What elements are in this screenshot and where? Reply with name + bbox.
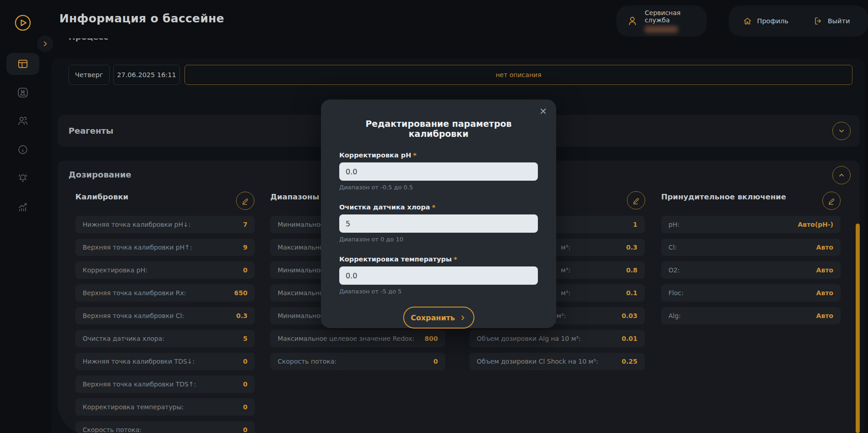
field-label-temperature-correction: Корректировка температуры* — [339, 256, 538, 263]
save-label: Сохранить — [411, 313, 455, 322]
table-row: Скорость потока: 0 — [75, 421, 255, 433]
row-value: Авто(pH-) — [798, 221, 833, 228]
table-row: Объем дозировки Cl Shock на 10 м³: 0.25 — [469, 353, 645, 370]
sidebar-item-schedule[interactable] — [6, 139, 39, 161]
row-value: 0 — [243, 358, 247, 365]
required-mark: * — [432, 203, 436, 211]
table-row: Верхняя точка калибровки pH↑: 9 — [75, 239, 255, 256]
temperature-correction-input[interactable] — [339, 266, 538, 285]
row-value: 0 — [243, 403, 247, 411]
row-value: 0.01 — [621, 335, 637, 342]
edit-forced-button[interactable] — [822, 192, 841, 210]
user-id-redacted — [645, 26, 678, 33]
edit-calibrations-button[interactable] — [236, 192, 254, 210]
row-label: Максимально — [278, 289, 323, 297]
chevron-up-icon — [837, 171, 846, 179]
table-row: Скорость потока: 0 — [270, 353, 445, 370]
chevron-down-icon — [837, 127, 846, 135]
table-row: Cl: Авто — [661, 239, 841, 256]
table-row: Alg: Авто — [661, 307, 841, 324]
pencil-icon — [827, 197, 836, 205]
row-value: 0 — [243, 426, 247, 433]
row-label: Максимальное целевое значение Redox: — [278, 335, 415, 342]
app-logo[interactable] — [6, 12, 39, 34]
row-label: Максимально — [278, 244, 323, 251]
sidebar-expand-button[interactable] — [37, 36, 53, 52]
row-label: Cl: — [668, 244, 677, 251]
required-mark: * — [453, 256, 457, 263]
datetime-chip[interactable]: 27.06.2025 16:11 — [113, 65, 180, 85]
field-label-chlorine-sensor-cleaning: Очистка датчика хлора* — [339, 203, 538, 211]
field-hint: Диапазон от -0.5 до 0.5 — [339, 184, 538, 191]
row-value: 0.03 — [621, 312, 637, 319]
user-name: Сервисная служба — [645, 9, 707, 24]
row-value: 0.1 — [626, 289, 637, 297]
table-row: pH: Авто(pH-) — [661, 216, 841, 233]
sidebar-item-dashboard[interactable] — [6, 53, 39, 75]
row-value: 1 — [633, 221, 637, 228]
sidebar-item-users[interactable] — [6, 110, 39, 132]
reagents-expand-button[interactable] — [832, 122, 851, 140]
row-value: 800 — [425, 335, 438, 342]
row-label: Корректировка pH: — [83, 266, 147, 274]
row-value: 0.3 — [626, 244, 637, 251]
statistics-icon — [17, 201, 29, 213]
user-chip[interactable]: Сервисная служба — [616, 5, 707, 37]
row-label: Нижняя точка калибровки pH↓: — [83, 221, 190, 228]
close-icon[interactable]: ✕ — [539, 107, 547, 116]
row-label: Floc: — [668, 289, 684, 297]
dosing-collapse-button[interactable] — [832, 166, 851, 184]
bell-icon — [17, 172, 29, 184]
row-value: 5 — [243, 335, 247, 342]
row-label: Alg: — [668, 312, 681, 319]
row-label: O2: — [668, 266, 680, 274]
header-actions: Профиль Выйти — [729, 5, 868, 37]
logout-icon — [813, 16, 823, 26]
profile-label: Профиль — [757, 17, 789, 25]
table-row: Нижняя точка калибровки pH↓: 7 — [75, 216, 255, 233]
row-value: Авто — [816, 266, 833, 274]
sidebar-item-notifications[interactable] — [6, 167, 39, 189]
pencil-icon — [632, 196, 640, 204]
table-row: Очистка датчика хлора: 5 — [75, 330, 255, 347]
field-hint: Диапазон от 0 до 10 — [339, 236, 538, 243]
row-label: м³: — [561, 244, 570, 251]
table-row: Верхняя точка калибровки Rx: 650 — [75, 284, 255, 302]
row-label: Минимальное — [278, 266, 324, 274]
ranges-title: Диапазоны у — [270, 193, 327, 201]
chlorine-sensor-cleaning-input[interactable] — [339, 214, 538, 233]
dashboard-icon — [17, 58, 29, 70]
table-row: Floc: Авто — [661, 284, 841, 302]
sidebar — [0, 0, 46, 433]
save-button[interactable]: Сохранить — [403, 307, 474, 329]
row-value: 0.8 — [626, 266, 637, 274]
sidebar-item-statistics[interactable] — [6, 196, 39, 218]
page-title: Информация о бассейне — [59, 12, 224, 25]
description-field[interactable]: нет описания — [184, 65, 852, 85]
row-value: 0 — [243, 381, 247, 388]
logout-button[interactable]: Выйти — [813, 16, 850, 26]
row-label: pH: — [668, 221, 679, 228]
scrollbar-thumb[interactable] — [856, 224, 860, 433]
row-label: Скорость потока: — [83, 426, 142, 433]
row-label: Верхняя точка калибровки pH↑: — [83, 244, 192, 251]
row-label: Скорость потока: — [278, 358, 337, 365]
dosing-col-forced-list: pH: Авто(pH-) Cl: Авто O2: Авто Floc: Ав… — [661, 216, 841, 324]
table-row: Нижняя точка калибровки TDS↓: 0 — [75, 353, 255, 370]
ph-correction-input[interactable] — [339, 162, 538, 181]
logout-label: Выйти — [828, 17, 850, 25]
row-label: Минимальное — [278, 312, 324, 319]
row-label: Корректировка температуры: — [83, 403, 184, 411]
profile-button[interactable]: Профиль — [742, 16, 789, 26]
row-label: Объем дозировки Cl Shock на 10 м³: — [477, 358, 598, 365]
chevron-right-icon — [459, 314, 466, 321]
dosing-col-calibrations-list: Нижняя точка калибровки pH↓: 7 Верхняя т… — [75, 216, 255, 433]
clock-icon — [17, 144, 29, 156]
table-row: Верхняя точка калибровки Cl: 0.3 — [75, 307, 255, 324]
table-row: Объем дозировки Alg на 10 м³: 0.01 — [469, 330, 645, 347]
edit-volumes-button[interactable] — [627, 191, 645, 209]
pool-icon — [17, 87, 29, 99]
row-label: Минимальное — [278, 221, 324, 228]
sidebar-item-pool[interactable] — [6, 82, 39, 104]
calibration-edit-modal: ✕ Редактирование параметров калибровки К… — [321, 99, 556, 328]
